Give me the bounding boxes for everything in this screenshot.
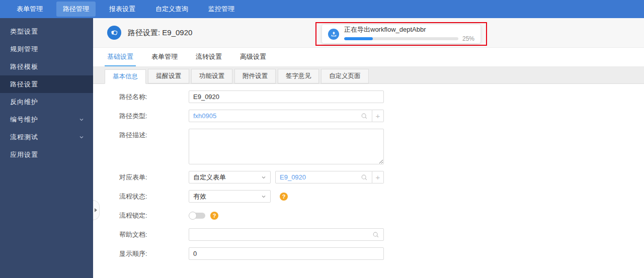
field-label: 路径描述: bbox=[119, 129, 189, 141]
sidebar-item-path-template[interactable]: 路径模板 bbox=[0, 58, 93, 75]
chevron-down-icon bbox=[79, 135, 84, 140]
field-label: 帮助文档: bbox=[119, 228, 189, 241]
export-status-text: 正在导出workflow_deptAbbr bbox=[344, 26, 474, 33]
path-name-input[interactable] bbox=[189, 90, 384, 103]
progress-percent-label: 25% bbox=[462, 35, 474, 42]
field-label: 路径类型: bbox=[119, 110, 189, 122]
path-type-browse-field[interactable]: fxh0905 bbox=[189, 110, 372, 122]
progress-bar-fill bbox=[344, 37, 373, 40]
form-row-path-type: 路径类型: fxh0905 + bbox=[119, 110, 644, 122]
sidebar-item-label: 规则管理 bbox=[10, 40, 38, 58]
form-row-form-binding: 对应表单: 自定义表单 E9_0920 + bbox=[119, 171, 644, 183]
search-icon[interactable] bbox=[361, 113, 368, 120]
sidebar-item-label: 反向维护 bbox=[10, 93, 38, 111]
topnav-item-report-settings[interactable]: 报表设置 bbox=[103, 2, 142, 17]
tab-form-management[interactable]: 表单管理 bbox=[149, 48, 180, 66]
sidebar-item-label: 路径设置 bbox=[10, 75, 38, 93]
flow-lock-toggle[interactable] bbox=[189, 212, 206, 220]
subtab-signature-opinion[interactable]: 签字意见 bbox=[278, 69, 319, 83]
form-row-help-doc: 帮助文档: bbox=[119, 228, 644, 241]
progress-bar-track bbox=[344, 37, 458, 40]
main-content: 路径设置: E9_0920 基础设置 表单管理 流转设置 高级设置 基本信息 提… bbox=[93, 18, 644, 278]
sidebar-item-label: 编号维护 bbox=[10, 111, 38, 128]
sidebar-item-process-test[interactable]: 流程测试 bbox=[0, 128, 93, 146]
subtab-reminder-settings[interactable]: 提醒设置 bbox=[148, 69, 189, 83]
tab-basic-settings[interactable]: 基础设置 bbox=[105, 48, 136, 66]
main-tab-bar: 基础设置 表单管理 流转设置 高级设置 bbox=[93, 48, 644, 66]
form-row-display-order: 显示顺序: bbox=[119, 247, 644, 260]
topnav-item-form-management[interactable]: 表单管理 bbox=[10, 2, 49, 17]
top-navigation: 表单管理 路径管理 报表设置 自定义查询 监控管理 bbox=[0, 0, 644, 18]
sidebar-item-type-settings[interactable]: 类型设置 bbox=[0, 23, 93, 40]
toggle-knob bbox=[189, 212, 197, 220]
subtab-attachment-settings[interactable]: 附件设置 bbox=[234, 69, 276, 83]
page-title: 路径设置: E9_0920 bbox=[128, 28, 192, 38]
field-label: 流程锁定: bbox=[119, 209, 189, 222]
form-row-path-name: 路径名称: bbox=[119, 90, 644, 103]
export-upload-icon bbox=[328, 29, 339, 40]
workflow-icon bbox=[107, 26, 121, 40]
form-row-flow-lock: 流程锁定: ? bbox=[119, 209, 644, 222]
sidebar-item-label: 应用设置 bbox=[10, 146, 38, 163]
help-doc-browse-field[interactable] bbox=[189, 228, 384, 241]
search-icon[interactable] bbox=[372, 231, 379, 238]
form-type-select-value: 自定义表单 bbox=[193, 173, 226, 182]
sidebar-item-application-settings[interactable]: 应用设置 bbox=[0, 146, 93, 163]
sidebar: 类型设置 规则管理 路径模板 路径设置 反向维护 编号维护 流程测试 应用设置 bbox=[0, 18, 93, 278]
sidebar-item-rule-management[interactable]: 规则管理 bbox=[0, 40, 93, 58]
red-annotation-box: 正在导出workflow_deptAbbr 25% bbox=[315, 22, 487, 46]
export-progress-toast: 正在导出workflow_deptAbbr 25% bbox=[322, 25, 480, 43]
form-binding-browse-field[interactable]: E9_0920 bbox=[275, 171, 372, 183]
topnav-item-monitor-management[interactable]: 监控管理 bbox=[202, 2, 241, 17]
flow-status-select-value: 有效 bbox=[193, 192, 206, 201]
add-path-type-button[interactable]: + bbox=[372, 110, 384, 122]
display-order-input[interactable] bbox=[189, 247, 384, 260]
help-icon[interactable]: ? bbox=[280, 193, 288, 201]
path-type-value[interactable]: fxh0905 bbox=[193, 112, 361, 120]
chevron-down-icon bbox=[261, 194, 266, 199]
sidebar-item-number-maintenance[interactable]: 编号维护 bbox=[0, 111, 93, 128]
subtab-custom-page[interactable]: 自定义页面 bbox=[321, 69, 369, 83]
sidebar-item-path-settings[interactable]: 路径设置 bbox=[0, 75, 93, 93]
chevron-down-icon bbox=[79, 117, 84, 122]
topnav-item-custom-query[interactable]: 自定义查询 bbox=[149, 2, 195, 17]
tab-flow-settings[interactable]: 流转设置 bbox=[193, 48, 224, 66]
help-icon[interactable]: ? bbox=[210, 212, 218, 220]
add-form-button[interactable]: + bbox=[372, 171, 384, 183]
sidebar-item-label: 路径模板 bbox=[10, 58, 38, 75]
arrow-right-icon bbox=[95, 208, 97, 212]
subtab-function-settings[interactable]: 功能设置 bbox=[191, 69, 232, 83]
sidebar-item-label: 流程测试 bbox=[10, 128, 38, 146]
field-label: 路径名称: bbox=[119, 90, 189, 103]
chevron-down-icon bbox=[261, 175, 266, 180]
topnav-item-path-management[interactable]: 路径管理 bbox=[56, 2, 96, 17]
search-icon[interactable] bbox=[361, 174, 368, 181]
field-label: 显示顺序: bbox=[119, 247, 189, 260]
basic-info-form: 路径名称: 路径类型: fxh0905 + 路径描述: bbox=[93, 84, 644, 260]
form-row-path-description: 路径描述: bbox=[119, 129, 644, 164]
sub-tab-bar: 基本信息 提醒设置 功能设置 附件设置 签字意见 自定义页面 bbox=[93, 66, 644, 84]
tab-advanced-settings[interactable]: 高级设置 bbox=[237, 48, 269, 66]
field-label: 对应表单: bbox=[119, 171, 189, 183]
form-type-select[interactable]: 自定义表单 bbox=[189, 171, 271, 183]
sidebar-item-label: 类型设置 bbox=[10, 23, 38, 40]
form-binding-value[interactable]: E9_0920 bbox=[280, 173, 361, 181]
field-label: 流程状态: bbox=[119, 190, 189, 203]
sidebar-item-reverse-maintenance[interactable]: 反向维护 bbox=[0, 93, 93, 111]
flow-status-select[interactable]: 有效 bbox=[189, 190, 271, 203]
subtab-basic-info[interactable]: 基本信息 bbox=[105, 69, 146, 84]
path-description-textarea[interactable] bbox=[189, 129, 384, 164]
form-row-flow-status: 流程状态: 有效 ? bbox=[119, 190, 644, 203]
